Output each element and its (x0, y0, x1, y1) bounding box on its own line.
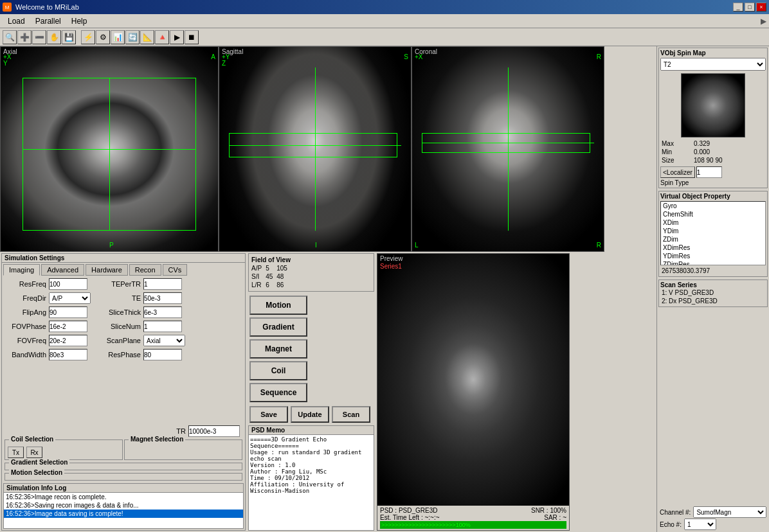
axial-viewer[interactable]: Axial +X Y A P (0, 46, 219, 252)
scanplane-label: ScanPlane (96, 337, 141, 344)
toolbar-btn-5[interactable]: 💾 (62, 30, 76, 44)
channel-label: Channel #: (660, 509, 691, 516)
scan-series-item-2[interactable]: 2: Dx PSD_GRE3D (660, 297, 766, 305)
sim-form-right: TEPerTR TE SliceThick (96, 278, 185, 421)
coil-tx-btn[interactable]: Tx (8, 447, 24, 458)
sim-log: Simulation Info Log 16:52:36>Image recon… (3, 483, 244, 529)
toolbar-btn-7[interactable]: ⚙ (96, 30, 110, 44)
motion-btn[interactable]: Motion (249, 296, 307, 315)
property-value: 267538030.3797 (660, 267, 766, 275)
menu-help[interactable]: Help (66, 15, 93, 27)
echo-select[interactable]: 123 (684, 519, 716, 530)
slicethick-input[interactable] (143, 306, 182, 318)
preview-est-time: Est. Time Left : ~:~:~ (380, 514, 440, 521)
toolbar-btn-4[interactable]: ✋ (47, 30, 61, 44)
toolbar-btn-12[interactable]: ▶ (170, 30, 184, 44)
freqdir-select[interactable]: A/PS/IR/L (49, 292, 91, 304)
log-item-3: 16:52:36>Image data saving is complete! (4, 510, 243, 518)
max-label: Max (662, 140, 692, 147)
app-window: M Welcome to MRiLab _ □ × Load Parallel … (0, 0, 769, 532)
resphase-row: ResPhase (96, 349, 185, 360)
toolbar-btn-9[interactable]: 🔄 (125, 30, 140, 44)
fov-si-v1: 45 (266, 273, 273, 280)
preview-label: Preview (380, 255, 403, 262)
vobj-property-title: Virtual Object Property (660, 193, 766, 200)
flipang-input[interactable] (49, 306, 87, 318)
echo-label: Echo #: (660, 521, 682, 528)
tab-recon[interactable]: Recon (129, 264, 161, 276)
scan-btn[interactable]: Scan (332, 406, 370, 423)
channel-select[interactable]: SumofMagnChannel1Channel2 (693, 506, 766, 518)
channel-row: Channel #: SumofMagnChannel1Channel2 (660, 506, 766, 518)
save-btn[interactable]: Save (249, 406, 288, 423)
toolbar-btn-3[interactable]: ➖ (32, 30, 46, 44)
coil-rx-btn[interactable]: Rx (26, 447, 42, 458)
prop-item-ydim[interactable]: YDim (661, 227, 765, 235)
localizer-btn[interactable]: <Localizer (660, 166, 695, 178)
size-value: 108 90 90 (694, 157, 764, 164)
tr-input[interactable] (188, 425, 240, 437)
toolbar-btn-6[interactable]: ⚡ (81, 30, 95, 44)
prop-item-xdimres[interactable]: XDimRes (661, 244, 765, 252)
sim-tabs: Imaging Advanced Hardware Recon CVs (2, 263, 245, 276)
prop-item-gyro[interactable]: Gyro (661, 202, 765, 210)
tab-imaging[interactable]: Imaging (3, 264, 40, 276)
tab-advanced[interactable]: Advanced (41, 264, 84, 276)
scanplane-row: ScanPlane AxialSagittalCoronal (96, 335, 185, 346)
psd-memo-block: PSD Memo ======3D Gradient Echo Sequence… (248, 425, 374, 531)
toolbar-btn-13[interactable]: ⏹ (185, 30, 199, 44)
preview-info: PSD : PSD_GRE3D SNR : 100% Est. Time Lef… (377, 506, 569, 530)
tab-hardware[interactable]: Hardware (86, 264, 128, 276)
resphase-input[interactable] (143, 349, 182, 360)
property-list[interactable]: Gyro ChemShift XDim YDim ZDim XDimRes YD… (660, 201, 766, 265)
prop-item-xdim[interactable]: XDim (661, 218, 765, 227)
prop-item-zdimres[interactable]: ZDimRes (661, 260, 765, 265)
left-body: Axial +X Y A P Sagittal +Y (0, 46, 656, 532)
window-controls: _ □ × (733, 3, 766, 12)
coil-btn[interactable]: Coil (249, 361, 307, 380)
fovfreq-input[interactable] (49, 335, 87, 346)
scan-series-item-1[interactable]: 1: V PSD_GRE3D (660, 288, 766, 297)
tepertr-input[interactable] (143, 278, 182, 290)
preview-snr: SNR : 100% (531, 507, 566, 514)
progress-bar: >>>>>>>>>>>>>>>>>>>>>>100% (380, 521, 566, 529)
spin-type-input[interactable] (696, 166, 722, 178)
coronal-viewer[interactable]: Coronal +X R L R (412, 46, 604, 252)
toolbar-btn-1[interactable]: 🔍 (3, 30, 17, 44)
size-label: Size (662, 157, 692, 164)
fovphase-input[interactable] (49, 321, 87, 332)
sim-settings-title: Simulation Settings (2, 254, 245, 263)
toolbar-btn-11[interactable]: 🔺 (155, 30, 169, 44)
gradient-btn[interactable]: Gradient (249, 317, 307, 337)
prop-item-ydimres[interactable]: YDimRes (661, 252, 765, 260)
fovfreq-row: FOVFreq (5, 335, 91, 346)
maximize-btn[interactable]: □ (745, 3, 755, 12)
close-btn[interactable]: × (756, 3, 766, 12)
update-btn[interactable]: Update (291, 406, 329, 423)
coil-inputs: Tx Rx (8, 447, 120, 458)
te-input[interactable] (143, 292, 182, 304)
spin-type-label: Spin Type (660, 179, 766, 186)
tepertr-row: TEPerTR (96, 278, 185, 290)
toolbar-btn-10[interactable]: 📐 (140, 30, 154, 44)
vobj-spin-map-select[interactable]: T2T1PD (660, 58, 766, 71)
menu-load[interactable]: Load (3, 15, 30, 27)
slicenum-input[interactable] (143, 321, 182, 332)
sagittal-viewer[interactable]: Sagittal +Y Z S I (219, 46, 412, 252)
resfreq-input[interactable] (49, 278, 87, 290)
toolbar-btn-2[interactable]: ➕ (17, 30, 32, 44)
scan-series-title: Scan Series (660, 281, 766, 288)
tab-cvs[interactable]: CVs (163, 264, 188, 276)
sim-log-list: 16:52:36>Image recon is complete. 16:52:… (4, 493, 243, 528)
magnet-btn[interactable]: Magnet (249, 339, 307, 359)
freqdir-row: FreqDir A/PS/IR/L (5, 292, 91, 304)
magnet-selection-group: Magnet Selection (124, 439, 242, 460)
toolbar-btn-8[interactable]: 📊 (111, 30, 125, 44)
minimize-btn[interactable]: _ (733, 3, 743, 12)
prop-item-chemshift[interactable]: ChemShift (661, 210, 765, 218)
sequence-btn[interactable]: Sequence (249, 383, 307, 402)
menu-parallel[interactable]: Parallel (30, 15, 66, 27)
prop-item-zdim[interactable]: ZDim (661, 235, 765, 244)
bandwidth-input[interactable] (49, 349, 87, 360)
scanplane-select[interactable]: AxialSagittalCoronal (143, 335, 185, 346)
